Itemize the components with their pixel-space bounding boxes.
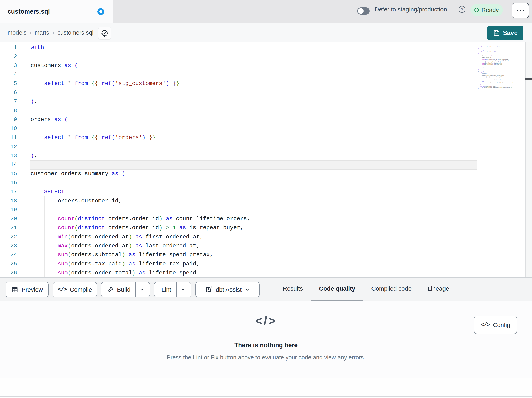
- lint-options-button[interactable]: [177, 287, 189, 292]
- breadcrumb-item[interactable]: models: [8, 29, 26, 36]
- status-bar: [0, 378, 532, 397]
- line-number: 21: [0, 223, 17, 233]
- indent-guide: [31, 260, 31, 268]
- status-ring-icon: [475, 8, 479, 12]
- explore-lineage-button[interactable]: [98, 26, 111, 40]
- tab-code-quality[interactable]: Code quality: [311, 277, 363, 301]
- more-options-button[interactable]: [512, 3, 529, 18]
- indent-guide: [44, 241, 45, 251]
- indent-guide: [44, 260, 45, 268]
- indent-guide: [31, 233, 31, 241]
- line-number: 11: [0, 133, 17, 142]
- build-options-button[interactable]: [136, 287, 148, 292]
- indent-guide: [44, 233, 45, 241]
- results-tab-bar: ResultsCode qualityCompiled codeLineage: [275, 277, 457, 301]
- chevron-down-icon: [245, 287, 250, 292]
- code-line[interactable]: min(orders.ordered_at) as first_ordered_…: [31, 233, 203, 241]
- defer-toggle[interactable]: [357, 7, 370, 15]
- indent-guide: [44, 196, 45, 206]
- code-line[interactable]: select * from {{ ref('stg_customers') }}: [31, 79, 179, 88]
- build-split-button[interactable]: Build: [101, 282, 150, 297]
- indent-guide: [31, 187, 31, 196]
- tab-compiled-code[interactable]: Compiled code: [363, 277, 420, 301]
- defer-label: Defer to staging/production: [374, 0, 447, 19]
- unsaved-changes-dot-icon: [97, 8, 104, 15]
- preview-button-label: Preview: [21, 286, 43, 293]
- indent-guide: [31, 88, 31, 97]
- status-badge: Ready: [470, 4, 503, 16]
- breadcrumb: models›marts›customers.sql: [8, 23, 93, 42]
- line-number: 15: [0, 169, 17, 178]
- compile-button-label: Compile: [70, 286, 92, 293]
- minimap[interactable]: with customers as ( select * from {{ ref…: [478, 43, 525, 91]
- indent-guide: [31, 214, 31, 223]
- code-line[interactable]: orders as (: [31, 115, 68, 124]
- tab-results[interactable]: Results: [275, 277, 311, 301]
- code-quality-panel: </> Config </> There is nothing here Pre…: [0, 301, 532, 378]
- dbt-assist-button[interactable]: dbt Assist: [195, 282, 260, 297]
- build-button[interactable]: Build: [103, 286, 135, 293]
- chevron-down-icon: [139, 287, 144, 292]
- code-line[interactable]: ),: [31, 151, 38, 160]
- line-number: 19: [0, 205, 17, 214]
- lint-split-button[interactable]: Lint: [154, 282, 191, 297]
- code-line[interactable]: customers as (: [31, 61, 78, 70]
- breadcrumb-separator: ›: [30, 30, 32, 36]
- code-editor[interactable]: 1234567891011121314151617181920212223242…: [0, 42, 532, 277]
- code-line[interactable]: customer_orders_summary as (: [31, 169, 125, 178]
- code-line[interactable]: count(distinct orders.order_id) as count…: [31, 214, 250, 223]
- line-number: 4: [0, 70, 17, 79]
- code-line[interactable]: orders.customer_id,: [31, 196, 122, 206]
- line-number: 17: [0, 187, 17, 196]
- file-tab-customers-sql[interactable]: customers.sql: [0, 0, 113, 23]
- save-button[interactable]: Save: [487, 26, 523, 40]
- editor-scrollbar[interactable]: [525, 42, 532, 277]
- breadcrumb-separator: ›: [52, 30, 54, 36]
- code-line[interactable]: count(distinct orders.order_id) > 1 as i…: [31, 223, 244, 233]
- indent-guide: [31, 196, 31, 206]
- line-number: 25: [0, 260, 17, 268]
- line-number: 24: [0, 250, 17, 260]
- code-line[interactable]: SELECT: [31, 187, 64, 196]
- line-number: 18: [0, 196, 17, 206]
- lint-button[interactable]: Lint: [156, 286, 176, 293]
- indent-guide: [31, 133, 31, 142]
- empty-state-subtitle: Press the Lint or Fix button above to ev…: [0, 354, 532, 361]
- editor-tab-bar: customers.sql +: [0, 0, 532, 23]
- indent-guide: [44, 223, 45, 233]
- tab-lineage[interactable]: Lineage: [420, 277, 457, 301]
- line-number: 14: [0, 160, 17, 169]
- indent-guide: [31, 268, 31, 277]
- code-line[interactable]: select * from {{ ref('orders') }}: [31, 133, 156, 142]
- code-line[interactable]: ),: [31, 97, 38, 106]
- code-line[interactable]: sum(orders.order_total) as lifetime_spen…: [31, 268, 196, 277]
- code-line[interactable]: max(orders.ordered_at) as last_ordered_a…: [31, 241, 200, 251]
- text-cursor: [198, 378, 203, 384]
- code-line[interactable]: sum(orders.tax_paid) as lifetime_tax_pai…: [31, 260, 200, 268]
- breadcrumb-item[interactable]: marts: [35, 29, 49, 36]
- help-icon[interactable]: ?: [459, 6, 465, 13]
- breadcrumb-item[interactable]: customers.sql: [57, 29, 93, 36]
- indent-guide: [44, 205, 45, 214]
- indent-guide: [44, 250, 45, 260]
- code-line[interactable]: with: [31, 43, 44, 52]
- preview-button[interactable]: Preview: [6, 282, 49, 297]
- code-line[interactable]: sum(orders.subtotal) as lifetime_spend_p…: [31, 250, 213, 260]
- line-number: 9: [0, 115, 17, 124]
- line-number: 5: [0, 79, 17, 88]
- build-button-label: Build: [117, 286, 131, 293]
- editor-scrollbar-thumb[interactable]: [525, 78, 532, 80]
- indent-guide: [44, 214, 45, 223]
- ellipsis-icon: [517, 10, 518, 11]
- toolbar-tabs-divider: [268, 278, 268, 301]
- compile-button[interactable]: </> Compile: [53, 282, 97, 297]
- line-number: 6: [0, 88, 17, 97]
- toggle-knob: [358, 8, 364, 14]
- indent-guide: [31, 205, 31, 214]
- dbt-assist-button-label: dbt Assist: [216, 286, 241, 293]
- line-number: 3: [0, 61, 17, 70]
- line-number: 2: [0, 52, 17, 61]
- line-number: 13: [0, 151, 17, 160]
- line-number: 12: [0, 142, 17, 151]
- indent-guide: [31, 241, 31, 251]
